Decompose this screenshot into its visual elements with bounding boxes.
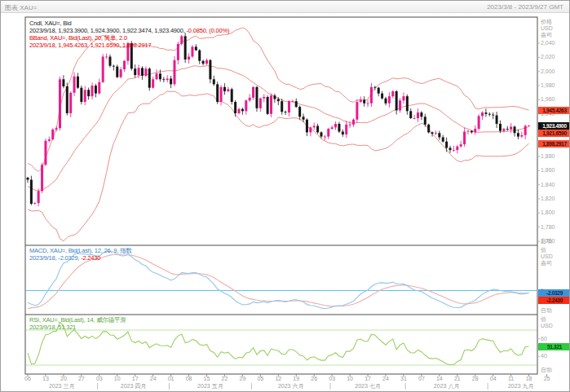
macd-axis[interactable] [537, 245, 570, 315]
time-axis[interactable] [1, 374, 570, 392]
legend-text: 2023/9/18, 1,945.4263, 1,921.6590, 1,898… [29, 42, 151, 49]
legend-text: BBand, XAU=, Bid(Last), 20, 简单, 2.0 [29, 34, 127, 42]
macd-legend-line-1: MACD, XAU=, Bid(Last), 12, 26, 9, 指数 [29, 247, 132, 254]
price-legend-line-3: BBand, XAU=, Bid(Last), 20, 简单, 2.0 [29, 34, 127, 42]
legend-text: Cndl, XAU=, Bid [29, 20, 71, 27]
rsi-axis[interactable] [537, 315, 570, 374]
legend-text: 2023/9/18, 51.321 [29, 324, 76, 331]
price-legend-line-4: 2023/9/18, 1,945.4263, 1,921.6590, 1,898… [29, 42, 151, 49]
legend-text: MACD, XAU=, Bid(Last), 12, 26, 9, 指数 [29, 247, 132, 254]
chart-window: 图表 XAU= 2023/3/8 - 2023/9/27 GMT Cndl, X… [0, 0, 570, 392]
legend-text: 2023/9/18, -2.0329, [29, 254, 81, 262]
rsi-legend-line-2: 2023/9/18, 51.321 [29, 324, 76, 331]
legend-text: 2023/9/18, 1,923.3900, 1,924.3900, 1,922… [29, 27, 187, 34]
rsi-legend-line-1: RSI, XAU=, Bid(Last), 14, 威尔德平滑 [29, 316, 126, 324]
macd-legend-line-2: 2023/9/18, -2.0329, -2.2430 [29, 254, 100, 262]
price-axis[interactable] [537, 17, 570, 245]
price-legend-line-1: Cndl, XAU=, Bid [29, 20, 71, 27]
chart-labels-layer: Cndl, XAU=, Bid2023/9/18, 1,923.3900, 1,… [1, 1, 570, 392]
legend-text: -0.0850, (0.00%) [187, 27, 230, 34]
legend-text: RSI, XAU=, Bid(Last), 14, 威尔德平滑 [29, 316, 126, 324]
legend-text: -2.2430 [81, 254, 100, 262]
price-legend-line-2: 2023/9/18, 1,923.3900, 1,924.3900, 1,922… [29, 27, 229, 34]
